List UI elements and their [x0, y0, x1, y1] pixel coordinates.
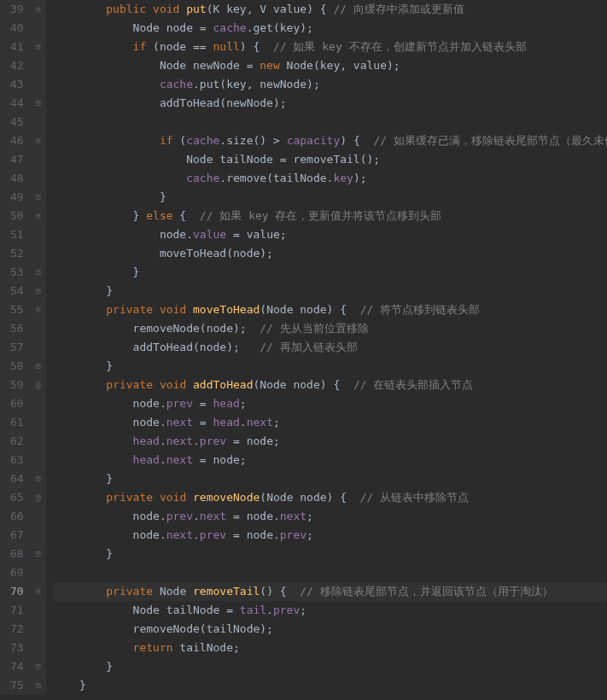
code-line[interactable]: [53, 563, 607, 582]
line-number[interactable]: 54: [10, 282, 24, 300]
code-line[interactable]: return tailNode;: [53, 639, 607, 657]
token-methodDecl: addToHead: [193, 378, 253, 391]
code-line[interactable]: head.next = node;: [53, 451, 607, 470]
token-plain: [153, 491, 160, 504]
line-number[interactable]: 40: [10, 19, 24, 38]
line-number[interactable]: 64: [10, 470, 24, 488]
code-line[interactable]: Node node = cache.get(key);: [53, 19, 607, 38]
line-number[interactable]: 51: [10, 225, 24, 244]
token-plain: [53, 378, 107, 391]
code-line[interactable]: }: [53, 357, 607, 376]
code-line[interactable]: Node newNode = new Node(key, value);: [53, 56, 607, 75]
line-number[interactable]: 41: [10, 38, 24, 56]
code-line[interactable]: addToHead(newNode);: [53, 94, 607, 113]
line-number[interactable]: 75: [10, 676, 24, 695]
code-line[interactable]: node.next.prev = node.prev;: [53, 526, 607, 545]
code-line[interactable]: private Node removeTail() { // 移除链表尾部节点，…: [53, 582, 607, 601]
line-number[interactable]: 67: [10, 526, 24, 545]
code-line[interactable]: private void removeNode(Node node) { // …: [53, 488, 607, 507]
line-number[interactable]: 44: [10, 94, 24, 113]
token-plain: [53, 40, 133, 53]
line-number[interactable]: 59: [10, 376, 24, 394]
fold-toggle-icon[interactable]: @: [32, 492, 44, 504]
code-line[interactable]: }: [53, 676, 607, 695]
line-number[interactable]: 39: [10, 0, 24, 19]
line-number[interactable]: 58: [10, 357, 24, 376]
fold-column: ⊖⊖⊟⊖⊟⊖⊟⊟⊖⊟@⊟@⊟⊖⊟⊟: [31, 0, 46, 695]
code-line[interactable]: } else { // 如果 key 存在，更新值并将该节点移到头部: [53, 207, 607, 225]
line-number[interactable]: 47: [10, 150, 24, 169]
fold-toggle-icon[interactable]: ⊟: [32, 548, 44, 560]
code-line[interactable]: node.prev = head;: [53, 394, 607, 413]
fold-toggle-icon[interactable]: ⊟: [32, 360, 44, 372]
token-plain: [153, 303, 160, 316]
code-area[interactable]: public void put(K key, V value) { // 向缓存…: [46, 0, 607, 695]
line-number[interactable]: 71: [10, 601, 24, 620]
code-line[interactable]: public void put(K key, V value) { // 向缓存…: [53, 0, 607, 19]
code-line[interactable]: private void addToHead(Node node) { // 在…: [53, 376, 607, 394]
line-number[interactable]: 68: [10, 545, 24, 563]
code-line[interactable]: Node tailNode = tail.prev;: [53, 601, 607, 620]
code-line[interactable]: removeNode(node); // 先从当前位置移除: [53, 319, 607, 338]
code-line[interactable]: }: [53, 188, 607, 207]
line-number[interactable]: 65: [10, 488, 24, 507]
line-number[interactable]: 69: [10, 563, 24, 582]
line-number[interactable]: 55: [10, 300, 24, 319]
code-line[interactable]: }: [53, 657, 607, 676]
line-number[interactable]: 74: [10, 657, 24, 676]
code-line[interactable]: }: [53, 282, 607, 300]
fold-toggle-icon[interactable]: ⊖: [32, 41, 44, 53]
line-number[interactable]: 62: [10, 432, 24, 451]
line-number[interactable]: 66: [10, 507, 24, 526]
fold-toggle-icon[interactable]: ⊖: [32, 304, 44, 316]
code-line[interactable]: addToHead(node); // 再加入链表头部: [53, 338, 607, 357]
token-plain: (: [173, 134, 187, 147]
token-field: head: [133, 453, 160, 466]
fold-toggle-icon[interactable]: ⊖: [32, 586, 44, 598]
line-number[interactable]: 63: [10, 451, 24, 470]
line-number[interactable]: 45: [10, 113, 24, 131]
fold-toggle-icon[interactable]: ⊖: [32, 135, 44, 147]
fold-toggle-icon[interactable]: ⊟: [32, 680, 44, 691]
line-number[interactable]: 53: [10, 263, 24, 282]
code-line[interactable]: node.value = value;: [53, 225, 607, 244]
line-number[interactable]: 61: [10, 413, 24, 432]
line-number[interactable]: 72: [10, 620, 24, 639]
code-line[interactable]: if (cache.size() > capacity) { // 如果缓存已满…: [53, 131, 607, 150]
line-number[interactable]: 49: [10, 188, 24, 207]
code-line[interactable]: moveToHead(node);: [53, 244, 607, 263]
code-line[interactable]: }: [53, 545, 607, 563]
fold-toggle-icon[interactable]: ⊟: [32, 191, 44, 203]
line-number[interactable]: 73: [10, 639, 24, 657]
code-line[interactable]: [53, 113, 607, 131]
line-number[interactable]: 56: [10, 319, 24, 338]
code-line[interactable]: Node tailNode = removeTail();: [53, 150, 607, 169]
line-number[interactable]: 43: [10, 75, 24, 94]
code-line[interactable]: cache.put(key, newNode);: [53, 75, 607, 94]
line-number[interactable]: 70: [10, 582, 24, 601]
fold-toggle-icon[interactable]: ⊖: [32, 3, 44, 15]
code-line[interactable]: private void moveToHead(Node node) { // …: [53, 300, 607, 319]
line-number[interactable]: 60: [10, 394, 24, 413]
line-number[interactable]: 57: [10, 338, 24, 357]
code-line[interactable]: node.prev.next = node.next;: [53, 507, 607, 526]
code-line[interactable]: }: [53, 470, 607, 488]
fold-toggle-icon[interactable]: @: [32, 379, 44, 391]
fold-toggle-icon[interactable]: ⊟: [32, 473, 44, 485]
line-number[interactable]: 50: [10, 207, 24, 225]
code-line[interactable]: removeNode(tailNode);: [53, 620, 607, 639]
fold-toggle-icon[interactable]: ⊟: [32, 661, 44, 673]
code-line[interactable]: node.next = head.next;: [53, 413, 607, 432]
fold-toggle-icon[interactable]: ⊖: [32, 210, 44, 222]
line-number[interactable]: 46: [10, 131, 24, 150]
fold-toggle-icon[interactable]: ⊟: [32, 266, 44, 278]
code-line[interactable]: }: [53, 263, 607, 282]
fold-toggle-icon[interactable]: ⊟: [32, 97, 44, 109]
line-number[interactable]: 42: [10, 56, 24, 75]
fold-toggle-icon[interactable]: ⊟: [32, 285, 44, 297]
code-line[interactable]: cache.remove(tailNode.key);: [53, 169, 607, 188]
line-number[interactable]: 48: [10, 169, 24, 188]
line-number[interactable]: 52: [10, 244, 24, 263]
code-line[interactable]: if (node == null) { // 如果 key 不存在，创建新节点并…: [53, 38, 607, 56]
code-line[interactable]: head.next.prev = node;: [53, 432, 607, 451]
